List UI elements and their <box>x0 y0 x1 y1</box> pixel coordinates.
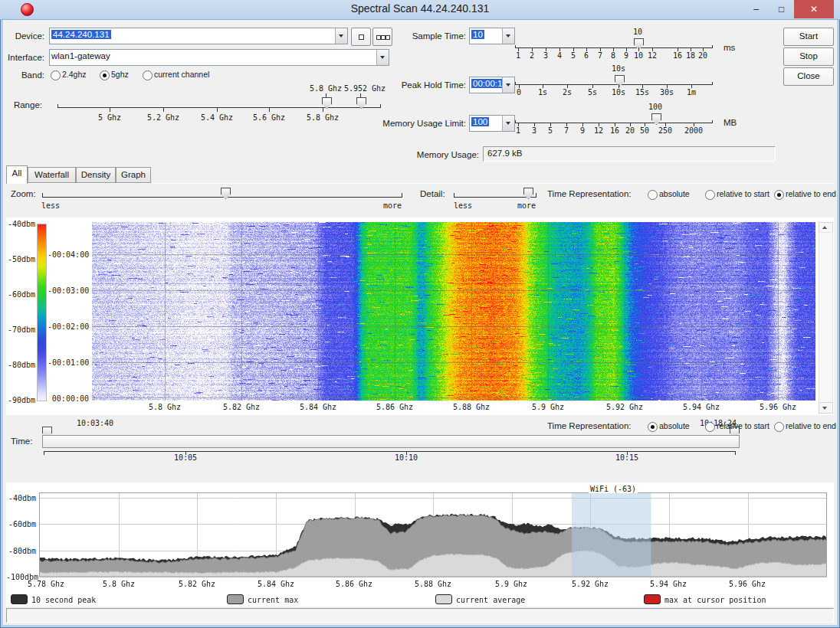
detail-slider-track[interactable] <box>454 197 536 198</box>
band-radio-label: 2.4ghz <box>62 70 87 79</box>
chevron-down-icon <box>380 56 385 59</box>
sample-time-tick-label: 7 <box>598 51 602 60</box>
zoom-slider-track[interactable] <box>42 197 402 198</box>
time-rep-top-radio-relative-to-end[interactable] <box>774 190 784 200</box>
interface-dropdown-button[interactable] <box>376 50 389 65</box>
memory-limit-tick-label: 16 <box>610 126 619 135</box>
tick-mark <box>57 104 58 107</box>
zoom-track-end <box>402 193 402 197</box>
tick-mark <box>269 108 270 112</box>
memory-limit-tick-label: 5 <box>548 126 553 135</box>
close-window-button[interactable]: ✕ <box>794 0 834 18</box>
range-low-stem <box>326 93 326 97</box>
tab-all[interactable]: All <box>6 165 28 184</box>
interface-label: Interface: <box>0 53 44 62</box>
sample-time-slider-track[interactable] <box>515 47 713 48</box>
peak-hold-tick-label: 10s <box>612 88 625 96</box>
spectrum-freq-label: 5.88 Ghz <box>415 580 451 588</box>
peak-hold-slider-track[interactable] <box>515 84 713 85</box>
legend-label: current max <box>248 596 298 604</box>
sample-time-tick-label: 5 <box>571 51 576 60</box>
colorbar-tick-label: -80dbm <box>6 361 35 369</box>
memory-limit-tick-label: 3 <box>532 126 536 135</box>
sample-time-tick-label: 18 <box>686 51 695 60</box>
start-button[interactable]: Start <box>783 28 834 46</box>
tab-waterfall[interactable]: Waterfall <box>28 167 76 183</box>
waterfall-freq-label: 5.9 Ghz <box>532 403 564 411</box>
waterfall-freq-label: 5.92 Ghz <box>606 403 643 411</box>
time-start-label: 10:03:40 <box>77 419 113 427</box>
memory-limit-tick-label: 1 <box>516 126 520 135</box>
sample-time-tick-label: 10 <box>634 51 643 60</box>
sample-time-dropdown-button[interactable] <box>502 28 514 44</box>
range-tick-label: 5.2 Ghz <box>147 113 179 122</box>
tick-mark <box>712 82 713 85</box>
spectrum-freq-label: 5.78 Ghz <box>28 580 64 588</box>
spectrum-chart[interactable] <box>38 492 828 578</box>
detail-label: Detail: <box>420 189 445 198</box>
device-combo[interactable]: 44.24.240.131 <box>49 28 348 44</box>
zoom-label: Zoom: <box>11 189 36 198</box>
time-rep-bottom-radio-label: relative to end <box>786 421 836 430</box>
legend-swatch-1 <box>11 594 28 604</box>
scroll-down-icon <box>822 407 827 410</box>
close-button[interactable]: Close <box>783 67 834 86</box>
chevron-down-icon <box>506 122 510 125</box>
time-representation-bottom-label: Time Representation: <box>547 421 632 430</box>
memory-limit-dropdown-button[interactable] <box>502 116 514 131</box>
interface-combo[interactable]: wlan1-gateway <box>49 49 389 66</box>
stop-button[interactable]: Stop <box>783 47 834 66</box>
time-representation-top-label: Time Representation: <box>547 189 632 198</box>
memory-limit-slider-track[interactable] <box>515 123 713 123</box>
legend-label: max at cursor position <box>664 596 766 604</box>
tick-mark <box>323 108 323 112</box>
colorbar <box>37 224 47 401</box>
time-rep-bottom-radio-relative-to-end[interactable] <box>774 422 784 432</box>
range-slider-track[interactable] <box>57 107 381 108</box>
sample-time-tick-label: 2 <box>530 51 534 60</box>
time-rep-bottom-radio-absolute[interactable] <box>648 422 658 432</box>
sample-time-unit: ms <box>724 43 735 52</box>
time-ruler-label: 10:15 <box>615 453 638 462</box>
peak-hold-time-label: Peak Hold Time: <box>353 80 466 90</box>
band-radio-5ghz[interactable] <box>100 70 110 80</box>
sample-time-value: 10 <box>471 30 484 39</box>
scroll-down-button[interactable] <box>819 402 833 414</box>
tick-mark <box>735 451 736 455</box>
waterfall-time-label: -00:04:00 <box>48 250 89 259</box>
time-rep-top-radio-absolute[interactable] <box>648 190 658 200</box>
sample-time-combo[interactable]: 10 <box>469 28 515 44</box>
time-rep-bottom-radio-relative-to-start[interactable] <box>705 422 715 432</box>
tick-mark <box>380 104 381 107</box>
memory-limit-tick-label: 9 <box>580 126 585 135</box>
detail-track-end <box>454 193 454 197</box>
device-dropdown-button[interactable] <box>335 28 347 44</box>
sample-time-tick-label: 8 <box>611 51 615 60</box>
tab-graph[interactable]: Graph <box>116 167 151 183</box>
interface-value: wlan1-gateway <box>51 51 110 61</box>
sample-time-tick-label: 4 <box>557 51 562 60</box>
time-range-bar[interactable] <box>42 435 740 448</box>
waterfall-freq-label: 5.8 Ghz <box>149 403 181 411</box>
band-radio-2.4ghz[interactable] <box>51 70 61 80</box>
band-radio-current-channel[interactable] <box>143 70 153 80</box>
legend-swatch-2 <box>227 594 244 604</box>
title-bar[interactable]: Spectral Scan 44.24.240.131 – □ ✕ <box>0 0 840 20</box>
peak-hold-tick-label: 2s <box>563 88 572 96</box>
waterfall-heatmap[interactable] <box>92 222 815 401</box>
peak-hold-dropdown-button[interactable] <box>502 77 514 93</box>
maximize-button[interactable]: □ <box>769 0 794 18</box>
memory-limit-combo[interactable]: 100 <box>469 115 515 132</box>
peak-hold-time-combo[interactable]: 00:00:10 <box>469 77 515 93</box>
waterfall-freq-label: 5.86 Ghz <box>376 403 413 411</box>
waterfall-freq-label: 5.96 Ghz <box>760 403 796 411</box>
waterfall-time-label: -00:01:00 <box>48 358 89 367</box>
waterfall-freq-label: 5.82 Ghz <box>223 403 260 411</box>
minimize-button[interactable]: – <box>743 0 769 18</box>
memory-limit-tick-label: 250 <box>658 126 672 135</box>
colorbar-tick-label: -60dbm <box>6 290 35 299</box>
tab-density[interactable]: Density <box>76 167 116 183</box>
tick-mark <box>110 108 110 112</box>
waterfall-scrollbar[interactable] <box>819 232 833 404</box>
time-rep-top-radio-relative-to-start[interactable] <box>705 190 715 200</box>
